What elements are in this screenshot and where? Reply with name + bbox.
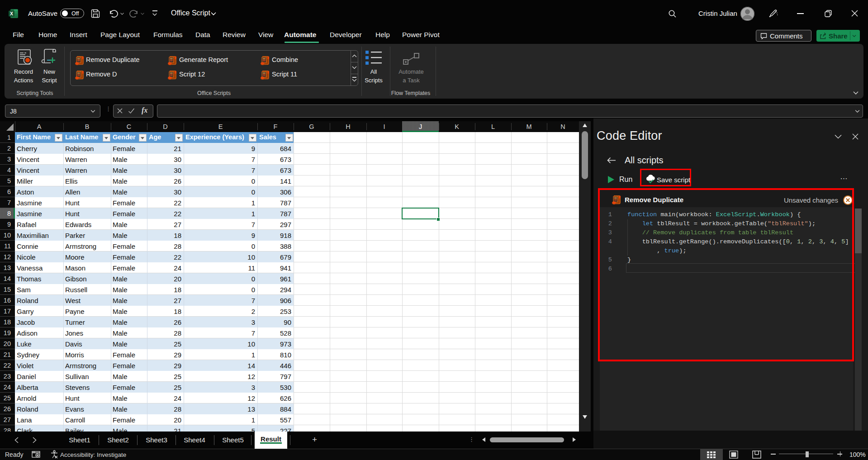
svg-text:X: X	[10, 11, 13, 16]
